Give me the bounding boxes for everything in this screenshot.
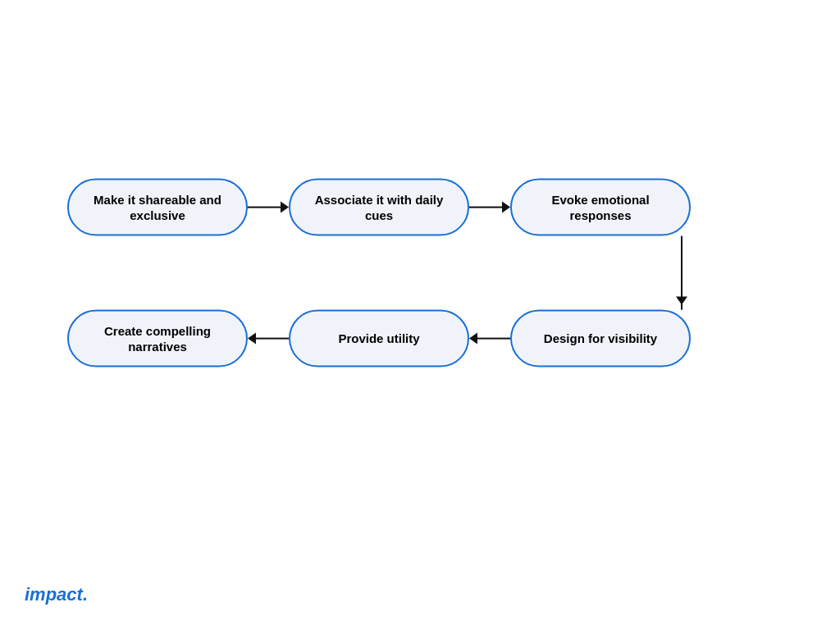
top-row: Make it shareable and exclusive Associat… <box>67 179 773 236</box>
node-create-narratives: Create compelling narratives <box>67 310 248 368</box>
bottom-row: Create compelling narratives Provide uti… <box>67 310 773 368</box>
brand-logo: impact. <box>25 584 88 605</box>
arrow-2-3 <box>469 202 510 213</box>
node-design-visibility: Design for visibility <box>510 310 691 368</box>
node-provide-utility: Provide utility <box>289 310 469 368</box>
node-evoke-emotional: Evoke emotional responses <box>510 179 691 236</box>
arrow-6-5 <box>469 333 510 345</box>
arrow-vertical <box>681 236 682 310</box>
arrow-5-4 <box>248 333 289 345</box>
diagram: Make it shareable and exclusive Associat… <box>67 179 773 441</box>
node-make-shareable: Make it shareable and exclusive <box>67 179 248 236</box>
arrow-1-2 <box>248 202 289 213</box>
node-associate-daily: Associate it with daily cues <box>289 179 469 236</box>
